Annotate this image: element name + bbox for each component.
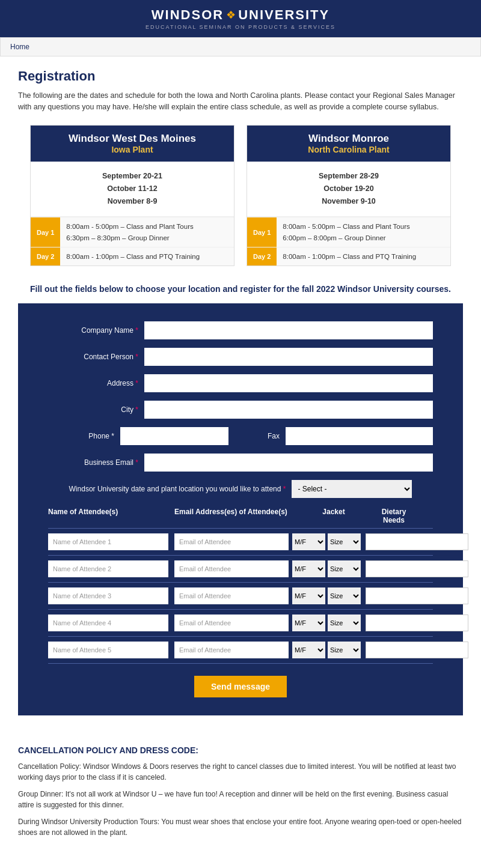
fax-label: Fax [250,432,286,440]
attendee-4-email[interactable] [174,615,289,631]
attendee-row-3: M/F Size [48,587,433,610]
attendee-row-1: M/F Size [48,533,433,556]
attendee-2-size[interactable]: Size [328,560,361,577]
phone-input[interactable] [120,427,228,445]
contact-person-row: Contact Person * [48,348,433,366]
attendees-header: Name of Attendee(s) Email Address(es) of… [48,508,433,529]
attendee-5-email[interactable] [174,642,289,658]
attendee-row-2: M/F Size [48,560,433,583]
schedule-card-iowa: Windsor West Des Moines Iowa Plant Septe… [30,125,234,267]
phone-fax-row: Phone * Fax [48,427,433,445]
intro-text: The following are the dates and schedule… [18,90,463,113]
fax-input[interactable] [286,427,433,445]
attendee-5-name[interactable] [48,642,168,658]
breadcrumb-home[interactable]: Home [10,43,29,51]
city-input[interactable] [144,401,433,419]
location-select-row: Windsor University date and plant locati… [48,480,433,498]
nc-day2-detail: 8:00am - 1:00pm – Class and PTQ Training [277,247,450,266]
attendee-5-mf[interactable]: M/F [292,642,325,658]
company-name-input[interactable] [144,321,433,339]
nc-dates: September 28-29 October 19-20 November 9… [247,162,450,217]
cancellation-policy3: During Windsor University Production Tou… [18,816,463,838]
iowa-dates: September 20-21 October 11-12 November 8… [31,162,234,217]
attendee-2-email[interactable] [174,560,289,577]
company-name-label: Company Name * [48,326,144,335]
attendee-2-name[interactable] [48,560,168,577]
iowa-date-2: October 11-12 [37,183,228,195]
header-email-col: Email Address(es) of Attendee(s) [174,508,295,524]
submit-row: Send message [48,676,433,697]
location-select[interactable]: - Select - [292,480,412,498]
iowa-card-header: Windsor West Des Moines Iowa Plant [31,126,234,162]
business-email-label: Business Email * [48,458,144,467]
iowa-day1: Day 1 8:00am - 5:00pm – Class and Plant … [31,217,234,247]
location-select-label: Windsor University date and plant locati… [69,485,292,493]
attendee-1-email[interactable] [174,533,289,550]
attendee-1-size[interactable]: Size [328,533,361,550]
nc-date-3: November 9-10 [253,195,444,208]
nc-day1-detail: 8:00am - 5:00pm – Class and Plant Tours6… [277,217,450,247]
attendee-1-mf[interactable]: M/F [292,533,325,550]
contact-person-input[interactable] [144,348,433,366]
header-name-col: Name of Attendee(s) [48,508,174,524]
schedule-card-nc: Windsor Monroe North Carolina Plant Sept… [247,125,451,267]
business-email-input[interactable] [144,454,433,472]
nc-plant-name: Windsor Monroe [253,133,444,145]
address-input[interactable] [144,374,433,392]
business-email-row: Business Email * [48,454,433,472]
submit-button[interactable]: Send message [194,676,287,697]
nc-date-1: September 28-29 [253,170,444,183]
iowa-day2-label: Day 2 [31,247,60,266]
site-header: WINDSOR ❖ UNIVERSITY EDUCATIONAL SEMINAR… [0,0,481,37]
main-content: Registration The following are the dates… [0,56,481,745]
cancellation-policy2: Group Dinner: It's not all work at Winds… [18,789,463,810]
attendee-1-name[interactable] [48,533,168,550]
attendee-3-dietary[interactable] [366,587,468,604]
iowa-date-1: September 20-21 [37,170,228,183]
attendee-3-size[interactable]: Size [328,587,361,604]
breadcrumb: Home [0,37,481,56]
attendee-3-mf[interactable]: M/F [292,587,325,604]
attendee-2-mf[interactable]: M/F [292,560,325,577]
attendee-5-dietary[interactable] [366,642,468,658]
cancellation-section: CANCELLATION POLICY AND DRESS CODE: Canc… [0,745,481,856]
attendee-1-dietary[interactable] [366,533,468,550]
iowa-plant-location: Iowa Plant [37,145,228,154]
header-logo-windsor: WINDSOR [152,7,224,23]
city-row: City * [48,401,433,419]
header-logo-dot: ❖ [226,8,236,22]
contact-person-label: Contact Person * [48,353,144,361]
header-dietary-col: Dietary Needs [373,508,415,524]
iowa-day1-label: Day 1 [31,217,60,247]
nc-day2: Day 2 8:00am - 1:00pm – Class and PTQ Tr… [247,247,450,266]
address-label: Address * [48,379,144,387]
attendees-section: Name of Attendee(s) Email Address(es) of… [48,508,433,664]
nc-day1: Day 1 8:00am - 5:00pm – Class and Plant … [247,217,450,247]
attendee-5-size[interactable]: Size [328,642,361,658]
iowa-days: Day 1 8:00am - 5:00pm – Class and Plant … [31,217,234,266]
attendee-2-dietary[interactable] [366,560,468,577]
nc-plant-location: North Carolina Plant [253,145,444,154]
attendee-3-name[interactable] [48,587,168,604]
iowa-date-3: November 8-9 [37,195,228,208]
nc-day1-label: Day 1 [247,217,277,247]
header-logo-sub: EDUCATIONAL SEMINAR ON PRODUCTS & SERVIC… [146,24,335,30]
registration-intro: Fill out the fields below to choose your… [18,284,463,294]
attendee-4-name[interactable] [48,615,168,631]
schedule-container: Windsor West Des Moines Iowa Plant Septe… [18,125,463,267]
attendee-4-dietary[interactable] [366,615,468,631]
iowa-plant-name: Windsor West Des Moines [37,133,228,145]
attendee-row-5: M/F Size [48,642,433,664]
phone-label: Phone * [48,432,120,440]
cancellation-policy1: Cancellation Policy: Windsor Windows & D… [18,761,463,783]
attendee-4-mf[interactable]: M/F [292,615,325,631]
cancellation-title: CANCELLATION POLICY AND DRESS CODE: [18,745,463,755]
attendee-3-email[interactable] [174,587,289,604]
attendee-4-size[interactable]: Size [328,615,361,631]
nc-day2-label: Day 2 [247,247,277,266]
nc-date-2: October 19-20 [253,183,444,195]
iowa-day2: Day 2 8:00am - 1:00pm – Class and PTQ Tr… [31,247,234,266]
company-name-row: Company Name * [48,321,433,339]
city-label: City * [48,405,144,414]
header-logo-university: UNIVERSITY [238,7,329,23]
